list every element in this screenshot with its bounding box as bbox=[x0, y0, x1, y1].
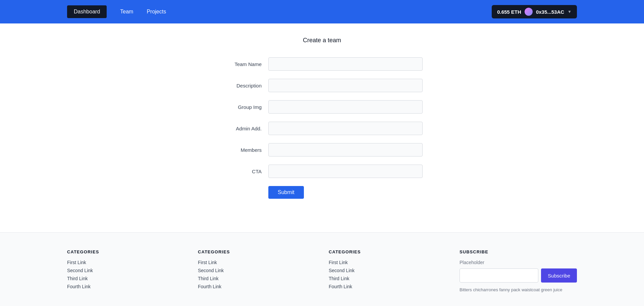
footer-col2-link2[interactable]: Second Link bbox=[198, 268, 315, 273]
create-team-form: Team Name Description Group Img Admin Ad… bbox=[221, 57, 423, 199]
description-row: Description bbox=[221, 79, 423, 92]
wallet-avatar bbox=[525, 8, 533, 16]
footer-categories-3: CATEGORIES First Link Second Link Third … bbox=[329, 249, 446, 293]
nav-right: 0.655 ETH 0x35...53AC ▼ bbox=[492, 5, 577, 18]
subscribe-title: SUBSCRIBE bbox=[460, 249, 577, 254]
team-name-row: Team Name bbox=[221, 57, 423, 71]
footer-col2-link3[interactable]: Third Link bbox=[198, 276, 315, 281]
footer: CATEGORIES First Link Second Link Third … bbox=[0, 232, 644, 306]
footer-col1-link2[interactable]: Second Link bbox=[67, 268, 184, 273]
group-img-input[interactable] bbox=[268, 100, 423, 114]
subscribe-row: Subscribe bbox=[460, 268, 577, 283]
subscribe-section: SUBSCRIBE Placeholder Subscribe Bitters … bbox=[460, 249, 577, 293]
admin-add-label: Admin Add. bbox=[221, 126, 262, 131]
footer-col3-link4[interactable]: Fourth Link bbox=[329, 284, 446, 289]
eth-amount: 0.655 ETH bbox=[497, 9, 521, 15]
footer-categories-1: CATEGORIES First Link Second Link Third … bbox=[67, 249, 184, 293]
eth-badge[interactable]: 0.655 ETH 0x35...53AC ▼ bbox=[492, 5, 577, 18]
footer-col3-link3[interactable]: Third Link bbox=[329, 276, 446, 281]
footer-col1-link3[interactable]: Third Link bbox=[67, 276, 184, 281]
cta-label: CTA bbox=[221, 169, 262, 174]
description-label: Description bbox=[221, 83, 262, 88]
subscribe-button[interactable]: Subscribe bbox=[541, 268, 577, 283]
cta-input[interactable] bbox=[268, 165, 423, 178]
footer-col1-link4[interactable]: Fourth Link bbox=[67, 284, 184, 289]
members-row: Members bbox=[221, 143, 423, 157]
admin-add-input[interactable] bbox=[268, 122, 423, 135]
team-nav-link[interactable]: Team bbox=[120, 9, 133, 15]
team-name-input[interactable] bbox=[268, 57, 423, 71]
subscribe-input[interactable] bbox=[460, 268, 538, 283]
footer-title-1: CATEGORIES bbox=[67, 249, 184, 254]
description-input[interactable] bbox=[268, 79, 423, 92]
admin-add-row: Admin Add. bbox=[221, 122, 423, 135]
group-img-label: Group Img bbox=[221, 104, 262, 110]
footer-categories-2: CATEGORIES First Link Second Link Third … bbox=[198, 249, 315, 293]
cta-row: CTA bbox=[221, 165, 423, 178]
navbar: Dashboard Team Projects 0.655 ETH 0x35..… bbox=[0, 0, 644, 23]
footer-title-3: CATEGORIES bbox=[329, 249, 446, 254]
members-input[interactable] bbox=[268, 143, 423, 157]
footer-col3-link2[interactable]: Second Link bbox=[329, 268, 446, 273]
main-content: Create a team Team Name Description Grou… bbox=[0, 23, 644, 212]
footer-title-2: CATEGORIES bbox=[198, 249, 315, 254]
form-title: Create a team bbox=[303, 37, 341, 44]
dashboard-button[interactable]: Dashboard bbox=[67, 5, 107, 18]
team-name-label: Team Name bbox=[221, 61, 262, 67]
nav-left: Dashboard Team Projects bbox=[67, 5, 166, 18]
footer-col1-link1[interactable]: First Link bbox=[67, 260, 184, 265]
footer-col3-link1[interactable]: First Link bbox=[329, 260, 446, 265]
projects-nav-link[interactable]: Projects bbox=[147, 9, 166, 15]
members-label: Members bbox=[221, 147, 262, 153]
chevron-down-icon: ▼ bbox=[568, 9, 572, 14]
footer-col2-link1[interactable]: First Link bbox=[198, 260, 315, 265]
group-img-row: Group Img bbox=[221, 100, 423, 114]
subscribe-placeholder-label: Placeholder bbox=[460, 260, 577, 265]
wallet-address: 0x35...53AC bbox=[536, 9, 564, 15]
footer-col2-link4[interactable]: Fourth Link bbox=[198, 284, 315, 289]
subscribe-description: Bitters chicharrones fanny pack waistcoa… bbox=[460, 287, 577, 293]
submit-button[interactable]: Submit bbox=[268, 186, 304, 199]
